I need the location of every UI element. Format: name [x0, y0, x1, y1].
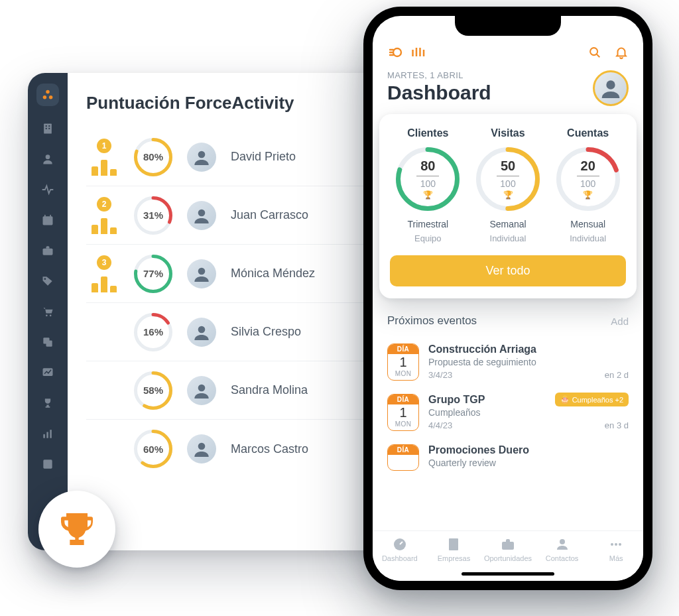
day-chip: DÍA: [387, 444, 419, 471]
svg-rect-6: [46, 128, 47, 129]
user-avatar: [187, 143, 216, 172]
day-chip-dow: [388, 456, 418, 458]
date-label: MARTES, 1 ABRIL: [387, 70, 491, 80]
user-name: Marcos Castro: [231, 442, 308, 456]
svg-rect-7: [48, 128, 50, 129]
search-icon[interactable]: [587, 45, 602, 60]
rank-number: 2: [97, 197, 111, 212]
user-name: David Prieto: [231, 150, 296, 164]
svg-rect-57: [502, 542, 514, 550]
sidebar-item-calendar-icon[interactable]: [34, 207, 61, 233]
percent-ring: 77%: [134, 255, 172, 293]
event-relative: en 3 d: [605, 420, 629, 430]
kpi-period: Mensual: [570, 219, 605, 229]
ranking-row[interactable]: 60% Marcos Castro: [86, 420, 381, 478]
percent-ring: 31%: [134, 196, 172, 235]
bell-icon[interactable]: [614, 45, 629, 60]
events-title: Próximos eventos: [387, 314, 477, 328]
add-event-button[interactable]: Add: [611, 316, 629, 327]
tab-mas[interactable]: Más: [593, 536, 639, 562]
sidebar-item-company-icon[interactable]: [34, 115, 61, 142]
kpi-gauge: 20 100 🏆: [556, 147, 620, 211]
svg-rect-22: [50, 430, 52, 438]
event-item[interactable]: DÍA 1 MON Construcción Arriaga Propuesta…: [387, 337, 629, 387]
kpi-label: Clientes: [407, 127, 448, 139]
kpi-label: Cuentas: [567, 127, 609, 139]
kpi-column[interactable]: Visitas 50 100 🏆 Semanal Individual: [470, 127, 546, 243]
sidebar: [28, 73, 68, 550]
rank-badge: 1: [89, 139, 119, 176]
svg-rect-4: [46, 125, 47, 127]
ranking-row[interactable]: 58% Sandra Molina: [86, 361, 381, 420]
ranking-list: Puntuación ForceActivity 1 80% David Pri…: [68, 73, 399, 550]
profile-avatar[interactable]: [593, 70, 629, 106]
tab-empresas[interactable]: Empresas: [431, 536, 476, 562]
kpi-scope: Equipo: [414, 233, 441, 243]
kpi-period: Semanal: [489, 219, 526, 229]
sidebar-item-briefcase-icon[interactable]: [34, 237, 61, 264]
percent-ring: 58%: [134, 371, 172, 410]
rank-badge: 3: [89, 255, 119, 292]
svg-point-42: [393, 48, 401, 56]
sidebar-item-activity-icon[interactable]: [34, 176, 61, 203]
event-title: Promociones Duero: [428, 444, 629, 456]
kpi-gauge: 50 100 🏆: [476, 147, 540, 211]
svg-rect-18: [46, 341, 52, 347]
kpi-scope: Individual: [570, 233, 606, 243]
svg-rect-23: [43, 460, 52, 468]
user-avatar: [187, 318, 216, 347]
view-all-button[interactable]: Ver todo: [390, 255, 626, 286]
kpi-column[interactable]: Cuentas 20 100 🏆 Mensual Individual: [550, 127, 626, 243]
event-item[interactable]: DÍA 1 MON Grupo TGP Cumpleaños 4/4/23 en…: [387, 387, 629, 438]
ranking-row[interactable]: 2 31% Juan Carrasco: [86, 186, 381, 245]
desktop-panel: Puntuación ForceActivity 1 80% David Pri…: [28, 73, 399, 550]
podium-icon: [92, 277, 117, 292]
svg-point-2: [49, 95, 53, 99]
rank-number: 1: [97, 139, 111, 153]
svg-point-46: [590, 48, 597, 55]
user-avatar: [187, 259, 216, 288]
svg-point-14: [44, 278, 46, 280]
ranking-row[interactable]: 3 77% Mónica Méndez: [86, 245, 381, 303]
sidebar-item-report-icon[interactable]: [34, 451, 61, 477]
ranking-row[interactable]: 16% Silvia Crespo: [86, 303, 381, 361]
day-chip-label: DÍA: [388, 395, 418, 404]
event-relative: en 2 d: [605, 370, 629, 380]
percent-ring: 16%: [134, 313, 172, 351]
cake-icon: 🎂: [560, 395, 570, 404]
sidebar-item-cart-icon[interactable]: [34, 298, 61, 325]
day-chip-dow: MON: [388, 420, 418, 430]
event-subtitle: Propuesta de seguimiento: [428, 357, 629, 367]
tab-contactos[interactable]: Contactos: [540, 536, 585, 562]
tab-oportunidades[interactable]: Oportunidades: [485, 536, 530, 562]
sidebar-item-tag-icon[interactable]: [34, 268, 61, 294]
user-avatar: [187, 201, 216, 230]
pulse-icon[interactable]: ıllı: [411, 46, 426, 60]
phone-notch: [455, 16, 561, 36]
day-chip: DÍA 1 MON: [387, 394, 419, 431]
brand-logo[interactable]: [36, 84, 59, 106]
sidebar-item-trophy-icon[interactable]: [34, 390, 61, 416]
percent-ring: 80%: [134, 138, 172, 176]
user-avatar: [187, 434, 216, 463]
tab-dashboard[interactable]: Dashboard: [377, 536, 422, 562]
user-name: Silvia Crespo: [231, 325, 301, 339]
svg-point-32: [198, 267, 206, 275]
app-logo-icon[interactable]: [387, 44, 404, 61]
sidebar-item-user-icon[interactable]: [34, 146, 61, 172]
ranking-row[interactable]: 1 80% David Prieto: [86, 128, 381, 186]
kpi-column[interactable]: Clientes 80 100 🏆 Trimestral Equipo: [390, 127, 466, 243]
user-avatar: [187, 376, 216, 405]
sidebar-item-chart-icon[interactable]: [34, 359, 61, 386]
event-subtitle: Quarterly review: [428, 458, 629, 468]
svg-rect-12: [50, 215, 51, 217]
home-indicator: [462, 572, 554, 576]
svg-point-61: [619, 543, 621, 546]
percent-ring: 60%: [134, 430, 172, 468]
event-item[interactable]: DÍA Promociones Duero Quarterly review: [387, 438, 629, 477]
sidebar-item-copy-icon[interactable]: [34, 329, 61, 355]
sidebar-item-bars-icon[interactable]: [34, 420, 61, 447]
rank-badge: 2: [89, 197, 119, 234]
user-name: Juan Carrasco: [231, 208, 308, 222]
svg-rect-13: [43, 249, 53, 255]
